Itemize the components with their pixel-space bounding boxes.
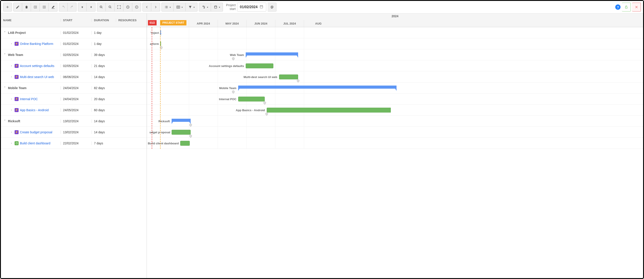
gantt-row[interactable]: udget proposal: [147, 127, 643, 138]
group-row[interactable]: ˅Mobile Team24/04/202482 days: [1, 82, 146, 94]
group-row[interactable]: ˅Web Team02/05/202439 days: [1, 49, 146, 60]
row-start-date[interactable]: 01/02/2024: [60, 42, 92, 46]
zoom-fit-button[interactable]: [114, 3, 124, 12]
row-duration[interactable]: 14 days: [92, 75, 116, 79]
erase-button[interactable]: [49, 3, 58, 12]
next-button[interactable]: [151, 3, 160, 12]
row-duration[interactable]: 20 days: [92, 97, 116, 101]
close-button[interactable]: [632, 3, 641, 12]
col-header-start[interactable]: START: [60, 18, 92, 22]
milestone-icon[interactable]: [159, 46, 163, 50]
gantt-row[interactable]: Multi-dest search UI web: [147, 72, 643, 82]
task-row[interactable]: ●◻Build client dashboard22/02/20247 days: [1, 138, 146, 149]
gantt-row[interactable]: Account settings defaults: [147, 60, 643, 72]
row-duration[interactable]: 1 day: [92, 31, 116, 34]
task-row[interactable]: ●⚡App Basics - Android24/05/202460 days: [1, 104, 146, 116]
expand-all-button[interactable]: [78, 3, 87, 12]
task-row[interactable]: ●⚡Internal POC24/04/202420 days: [1, 94, 146, 104]
expand-chevron-icon[interactable]: ˅: [3, 31, 7, 34]
row-start-date[interactable]: 13/02/2024: [60, 120, 92, 123]
columns-button[interactable]: ▾: [174, 3, 186, 12]
edit-button[interactable]: [13, 3, 22, 12]
undo-button[interactable]: [59, 3, 68, 12]
collapse-all-button[interactable]: [87, 3, 96, 12]
row-start-date[interactable]: 24/05/2024: [60, 108, 92, 112]
task-link[interactable]: Account settings defaults: [20, 64, 54, 68]
milestone-icon[interactable]: [232, 57, 235, 60]
task-row[interactable]: ●⚡Account settings defaults02/05/202421 …: [1, 60, 146, 72]
task-link[interactable]: Create budget proposal: [20, 130, 52, 134]
expand-chevron-icon[interactable]: ˅: [3, 86, 7, 89]
task-link[interactable]: Multi-dest search UI web: [20, 75, 54, 79]
task-link[interactable]: App Basics - Android: [20, 108, 49, 112]
group-bar[interactable]: [172, 119, 191, 122]
row-start-date[interactable]: 06/06/2024: [60, 75, 92, 79]
milestone-icon[interactable]: [263, 101, 267, 105]
task-row[interactable]: ●⚡Multi-dest search UI web06/06/202414 d…: [1, 72, 146, 82]
row-start-date[interactable]: 24/04/2024: [60, 97, 92, 101]
project-start-date-input[interactable]: 01/02/2024: [237, 3, 266, 12]
row-duration[interactable]: 60 days: [92, 108, 116, 112]
task-link[interactable]: Online Banking Platform: [20, 42, 53, 46]
row-duration[interactable]: 7 days: [92, 142, 116, 145]
group-bar[interactable]: [238, 86, 396, 89]
indent-button[interactable]: [31, 3, 40, 12]
task-bar[interactable]: [267, 108, 391, 112]
task-link[interactable]: Internal POC: [20, 97, 38, 101]
milestone-icon[interactable]: [265, 112, 268, 116]
row-start-date[interactable]: 24/04/2024: [60, 86, 92, 90]
gantt-row[interactable]: App Basics - Android: [147, 104, 643, 116]
task-link[interactable]: Build client dashboard: [20, 142, 50, 145]
expand-chevron-icon[interactable]: ˅: [3, 120, 7, 122]
filter-button[interactable]: ▾: [186, 3, 198, 12]
list-options-button[interactable]: ▾: [162, 3, 174, 12]
group-row[interactable]: ˅LAB Project01/02/20241 day: [1, 27, 146, 38]
col-header-duration[interactable]: DURATION: [92, 18, 116, 22]
task-bar[interactable]: [172, 130, 191, 135]
row-start-date[interactable]: 02/05/2024: [60, 53, 92, 56]
goto-start-button[interactable]: [132, 3, 141, 12]
row-duration[interactable]: 82 days: [92, 86, 116, 90]
gantt-row[interactable]: Web Team: [147, 49, 643, 60]
milestone-icon[interactable]: [189, 134, 192, 138]
prev-button[interactable]: [142, 3, 151, 12]
gantt-row[interactable]: atform: [147, 38, 643, 49]
gantt-row[interactable]: 'roject: [147, 27, 643, 38]
row-duration[interactable]: 39 days: [92, 53, 116, 56]
goto-today-button[interactable]: [124, 3, 132, 12]
task-row[interactable]: ●⚡Online Banking Platform01/02/20241 day: [1, 38, 146, 49]
gantt-row[interactable]: Ricksoft: [147, 116, 643, 127]
gantt-row[interactable]: Internal POC: [147, 94, 643, 104]
help-button[interactable]: ?: [615, 4, 620, 10]
task-bar[interactable]: [246, 64, 273, 68]
delete-button[interactable]: [22, 3, 31, 12]
group-row[interactable]: ˅Ricksoft13/02/202414 days: [1, 116, 146, 127]
row-start-date[interactable]: 22/02/2024: [60, 142, 92, 145]
expand-chevron-icon[interactable]: ˅: [3, 53, 7, 56]
milestone-icon[interactable]: [232, 90, 235, 94]
row-start-date[interactable]: 01/02/2024: [60, 31, 92, 34]
task-row[interactable]: ●⚡Create budget proposal13/02/202414 day…: [1, 127, 146, 138]
group-bar[interactable]: [246, 52, 298, 56]
row-duration[interactable]: 14 days: [92, 120, 116, 123]
add-button[interactable]: [3, 3, 12, 12]
zoom-in-button[interactable]: [97, 3, 106, 12]
col-header-name[interactable]: NAME: [1, 18, 60, 22]
row-duration[interactable]: 1 day: [92, 42, 116, 46]
unlock-button[interactable]: [622, 3, 631, 12]
col-header-resources[interactable]: RESOURCES: [116, 18, 146, 22]
gantt-row[interactable]: Build client dashboard: [147, 138, 643, 149]
redo-button[interactable]: [68, 3, 76, 12]
row-start-date[interactable]: 02/05/2024: [60, 64, 92, 68]
task-bar[interactable]: [238, 96, 265, 102]
row-duration[interactable]: 21 days: [92, 64, 116, 68]
milestone-icon[interactable]: [296, 79, 300, 83]
dependencies-button[interactable]: ▾: [199, 3, 211, 12]
zoom-out-button[interactable]: [106, 3, 114, 12]
task-bar[interactable]: [279, 74, 298, 79]
row-duration[interactable]: 14 days: [92, 130, 116, 134]
outdent-button[interactable]: [40, 3, 49, 12]
task-bar[interactable]: [180, 141, 190, 146]
settings-button[interactable]: [268, 3, 276, 12]
gantt-body[interactable]: 'rojectatformWeb TeamAccount settings de…: [147, 27, 643, 149]
